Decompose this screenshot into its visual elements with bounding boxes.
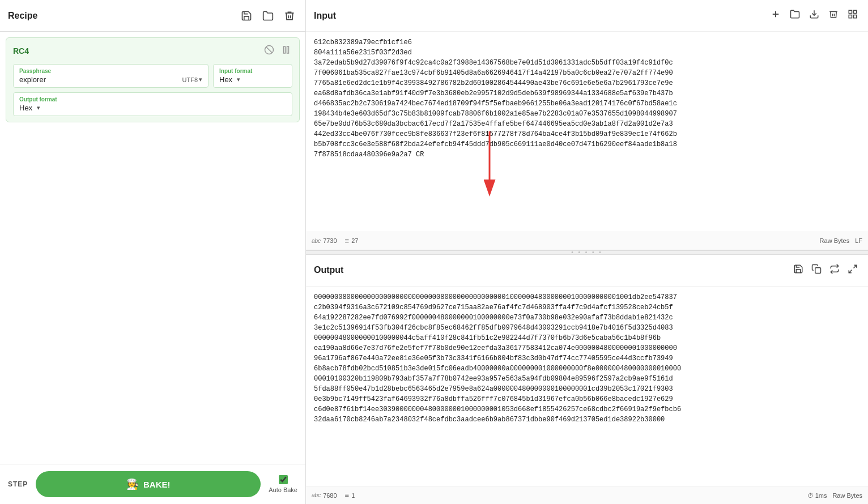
output-line-1: 0000000800000000000000000000000800000000… <box>314 292 860 302</box>
svg-rect-10 <box>854 15 857 18</box>
output-format-label: Output format <box>19 96 286 102</box>
abc-icon: abc <box>312 238 321 244</box>
auto-bake-checkbox[interactable] <box>279 475 288 484</box>
footer-right: Raw Bytes LF <box>820 237 862 244</box>
input-line-10: 442ed33cc4be076f730fcec9b8fe836637f23ef6… <box>314 129 860 139</box>
operation-name: RC4 <box>13 46 29 55</box>
format-label: Raw Bytes <box>820 237 850 244</box>
expand-output-button[interactable] <box>845 262 860 279</box>
input-line-11: b5b708fcc3c6e3e588f68f2bda24efefcb94f45d… <box>314 139 860 150</box>
input-line-1: 612cb832389a79ecfb1cf1e6 <box>314 37 860 48</box>
passphrase-field[interactable]: Passphrase explorer UTF8 ▾ <box>13 64 209 88</box>
output-format-value: Hex ▾ <box>19 104 286 112</box>
line-ending-label: LF <box>855 237 862 244</box>
output-char-count-stat: abc 7680 <box>312 492 337 499</box>
output-abc-icon: abc <box>312 492 321 498</box>
svg-rect-8 <box>854 10 857 13</box>
line-count: 27 <box>351 237 358 244</box>
step-label: STEP <box>8 480 28 488</box>
input-footer: abc 7730 ≡ 27 Raw Bytes LF <box>306 232 868 250</box>
output-content[interactable]: 0000000800000000000000000000000800000000… <box>306 287 868 486</box>
input-line-2: 804a111a56e2315f03f2d3ed <box>314 48 860 58</box>
output-char-count: 7680 <box>323 492 337 499</box>
delete-recipe-button[interactable] <box>282 8 297 24</box>
bottom-bar: STEP 🧑‍🍳 BAKE! Auto Bake <box>0 464 305 504</box>
input-line-6: ea68d8afdb36ca3e1abf91f40d9f7e3b3680eb2e… <box>314 88 860 99</box>
passphrase-label: Passphrase <box>19 68 202 74</box>
resize-handle[interactable]: • • • • • <box>306 250 868 255</box>
save-output-button[interactable] <box>791 262 806 279</box>
svg-rect-3 <box>287 46 289 53</box>
input-header: Input <box>306 0 868 32</box>
output-lines-icon: ≡ <box>345 491 350 499</box>
input-line-12: 7f878518cdaa480396e9a2a7 CR <box>314 150 860 160</box>
auto-bake-group: Auto Bake <box>269 475 297 493</box>
input-title: Input <box>314 11 768 21</box>
operation-block-rc4: RC4 Passphrase <box>6 37 300 122</box>
operation-controls <box>263 44 292 58</box>
line-count-stat: ≡ 27 <box>345 237 359 245</box>
char-count-stat: abc 7730 <box>312 237 337 244</box>
grid-layout-button[interactable] <box>845 7 860 24</box>
disable-operation-button[interactable] <box>263 44 275 58</box>
input-line-5: 7765a81e6ed2dc1e1b9f4c39938492786782b2d6… <box>314 78 860 88</box>
input-content[interactable]: 612cb832389a79ecfb1cf1e6 804a111a56e2315… <box>306 32 868 232</box>
passphrase-value: explorer UTF8 ▾ <box>19 75 202 84</box>
operation-fields: Passphrase explorer UTF8 ▾ Input format … <box>13 64 292 88</box>
output-line-count-stat: ≡ 1 <box>345 491 355 499</box>
open-folder-button[interactable] <box>260 8 276 24</box>
input-line-7: d466835ac2b2c730619a7424bec7674ed18709f9… <box>314 99 860 109</box>
output-section: Output <box>306 255 868 505</box>
input-format-field[interactable]: Input format Hex ▾ <box>213 64 292 88</box>
encoding-dropdown[interactable]: UTF8 ▾ <box>182 76 203 83</box>
import-input-button[interactable] <box>807 7 822 24</box>
copy-output-button[interactable] <box>809 262 824 279</box>
output-header: Output <box>306 255 868 287</box>
input-line-3: 3a72edab5b9d27d39076f9f4c92ca4c0a2f3988e… <box>314 58 860 68</box>
recipe-actions <box>239 8 297 24</box>
right-panel: Input <box>306 0 868 504</box>
operation-header: RC4 <box>13 44 292 58</box>
lines-icon: ≡ <box>345 237 350 245</box>
bake-icon: 🧑‍🍳 <box>126 478 139 490</box>
bake-label: BAKE! <box>143 480 171 489</box>
svg-rect-13 <box>815 268 821 274</box>
add-input-button[interactable] <box>768 7 783 24</box>
output-line-13: 32daa6170cb8246ab7a2348032f48cefdbc3aadc… <box>314 415 860 425</box>
left-panel: Recipe <box>0 0 306 504</box>
output-line-3: 64a192287282ee7fd076992f0000004800000001… <box>314 313 860 323</box>
output-line-7: 96a1796af867e440a72ee81e36e05f3b73c3341f… <box>314 353 860 364</box>
auto-bake-label: Auto Bake <box>269 486 297 493</box>
output-format-field[interactable]: Output format Hex ▾ <box>13 92 292 116</box>
output-format-container: Output format Hex ▾ <box>13 92 292 116</box>
output-line-12: c6d0e87f61bf14ee303900000004800000001000… <box>314 404 860 415</box>
status-time: ⏱ 1ms <box>807 492 827 499</box>
pause-operation-button[interactable] <box>280 44 292 58</box>
output-footer-right: ⏱ 1ms Raw Bytes <box>807 492 862 499</box>
chevron-down-icon-3: ▾ <box>37 104 40 112</box>
input-line-4: 7f006061ba535ca827fae13c974cbf6b91405d8a… <box>314 68 860 78</box>
recipe-title: Recipe <box>8 11 239 21</box>
output-line-9: 00010100320b119809b793abf357a7f78b0742ee… <box>314 374 860 384</box>
send-to-input-button[interactable] <box>827 262 842 279</box>
input-line-9: 65e7be0dd76b53c680da3bcbac617ecd7f2a1753… <box>314 119 860 129</box>
output-line-count: 1 <box>351 492 355 499</box>
input-actions <box>768 7 860 24</box>
output-line-5: 000000480000000100000044c5aff410f28c841f… <box>314 333 860 343</box>
output-line-11: 0e3b9bc7149ff5423faf64693932f76a8dbffa52… <box>314 394 860 404</box>
svg-line-1 <box>266 47 273 53</box>
input-format-value: Hex ▾ <box>219 75 286 84</box>
svg-line-14 <box>854 265 857 268</box>
output-line-4: 3e1c2c51396914f53fb304f26cbc8f85ec68462f… <box>314 323 860 333</box>
input-section: Input <box>306 0 868 250</box>
chevron-down-icon-2: ▾ <box>237 76 240 83</box>
bake-button[interactable]: 🧑‍🍳 BAKE! <box>36 471 261 497</box>
save-recipe-button[interactable] <box>239 8 254 24</box>
output-line-8: 6b8acb78fdb02bcd510851b3e3de015fc06eadb4… <box>314 364 860 374</box>
char-count: 7730 <box>323 237 337 244</box>
svg-rect-2 <box>284 46 286 53</box>
svg-rect-7 <box>849 10 852 13</box>
delete-input-button[interactable] <box>826 7 841 24</box>
open-input-button[interactable] <box>788 7 802 24</box>
svg-rect-9 <box>849 15 852 18</box>
